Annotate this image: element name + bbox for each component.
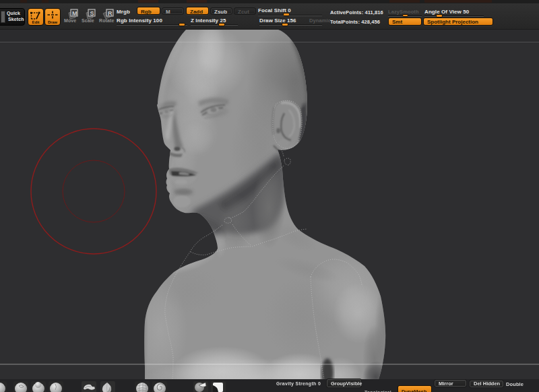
svg-text:S: S bbox=[90, 10, 94, 17]
svg-text:R: R bbox=[108, 10, 113, 17]
svg-text:M: M bbox=[72, 10, 77, 17]
